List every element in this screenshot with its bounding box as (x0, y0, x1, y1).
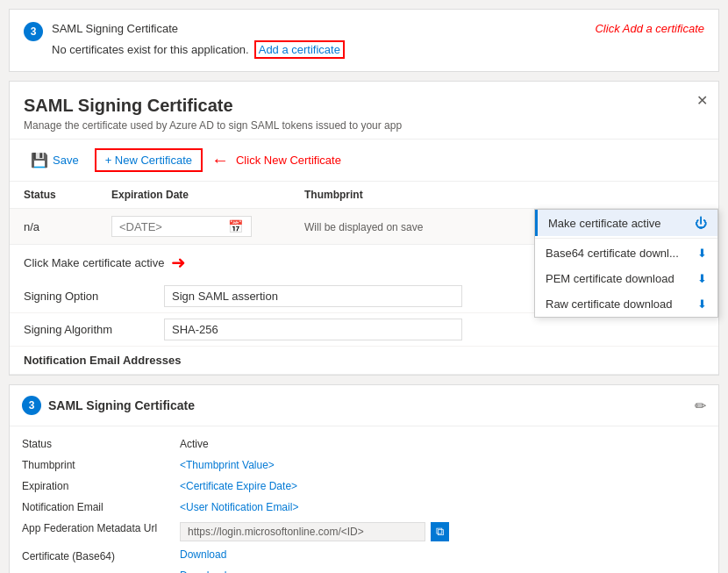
table-row: n/a 📅 Will be displayed on save ··· Ma (10, 209, 718, 245)
base64-label: Base64 certificate downl... (546, 247, 679, 260)
cert-base64-download[interactable]: Download (180, 548, 706, 565)
copy-url-button[interactable]: ⧉ (431, 522, 449, 541)
download-base64-link[interactable]: Download (180, 546, 226, 563)
thumbprint-hint: Will be displayed on save (304, 221, 423, 233)
panel-subtitle: Manage the certificate used by Azure AD … (24, 119, 704, 132)
download-icon-base64: ⬇ (697, 247, 707, 260)
red-arrow-right-icon: ➜ (171, 252, 186, 273)
info-url-label: App Federation Metadata Url (22, 519, 180, 544)
menu-item-pem[interactable]: PEM certificate download ⬇ (535, 266, 717, 291)
cert-raw-label: Certificate (Raw) (22, 569, 180, 573)
signing-algorithm-row: Signing Algorithm (10, 313, 718, 347)
no-certs-text: No certificates exist for this applicati… (52, 43, 249, 56)
signing-option-input[interactable] (164, 285, 462, 307)
signing-algorithm-input[interactable] (164, 319, 462, 340)
arrow-left-icon: ← (211, 150, 229, 170)
info-url-row: ⧉ (180, 519, 706, 544)
panel-title: SAML Signing Certificate (24, 96, 704, 116)
info-status-label: Status (22, 435, 180, 453)
save-label: Save (53, 154, 79, 167)
cert-raw-download[interactable]: Download (180, 569, 706, 573)
info-expiration-label: Expiration (22, 477, 180, 495)
info-thumbprint-label: Thumbprint (22, 456, 180, 474)
download-icon-pem: ⬇ (697, 272, 707, 285)
info-status-value: Active (180, 435, 706, 453)
info-expiration-value: <Certificate Expire Date> (180, 477, 706, 495)
step3-badge-top: 3 (24, 22, 43, 41)
info-email-label: Notification Email (22, 498, 180, 516)
row-status: n/a (10, 209, 97, 245)
notification-section-label: Notification Email Addresses (10, 347, 718, 375)
download-icon-raw: ⬇ (697, 297, 707, 311)
signing-algorithm-label: Signing Algorithm (24, 323, 164, 336)
new-certificate-button[interactable]: + New Certificate (95, 148, 203, 172)
pem-label: PEM certificate download (546, 272, 674, 285)
calendar-icon[interactable]: 📅 (228, 219, 243, 233)
info-thumbprint-value: <Thumbprint Value> (180, 456, 706, 474)
url-input[interactable] (180, 522, 425, 541)
close-button[interactable]: ✕ (696, 92, 708, 109)
date-input[interactable] (119, 220, 225, 233)
signing-option-label: Signing Option (24, 290, 164, 303)
click-make-active-text: Click Make certificate active (24, 256, 164, 269)
context-menu: Make certificate active ⏻ Base64 certifi… (534, 209, 718, 318)
download-raw-link[interactable]: Download (180, 567, 226, 573)
power-icon: ⏻ (695, 216, 707, 230)
col-status: Status (10, 182, 97, 209)
bottom-card-title: SAML Signing Certificate (48, 398, 688, 412)
save-disk-icon: 💾 (31, 152, 48, 168)
add-certificate-link[interactable]: Add a certificate (254, 40, 345, 59)
raw-label: Raw certificate download (546, 297, 673, 311)
edit-button[interactable]: ✏ (695, 398, 706, 414)
bottom-step3-badge: 3 (22, 396, 41, 415)
make-active-label: Make certificate active (548, 217, 661, 230)
menu-divider (535, 238, 717, 239)
cert-base64-label: Certificate (Base64) (22, 548, 180, 565)
info-email-value: <User Notification Email> (180, 498, 706, 516)
click-add-hint: Click Add a certificate (595, 22, 704, 35)
menu-item-make-active[interactable]: Make certificate active ⏻ (535, 210, 717, 236)
menu-item-base64[interactable]: Base64 certificate downl... ⬇ (535, 240, 717, 266)
save-button[interactable]: 💾 Save (24, 148, 86, 172)
row-date[interactable]: 📅 (97, 209, 290, 245)
top-card-title: SAML Signing Certificate (52, 22, 586, 35)
menu-item-raw[interactable]: Raw certificate download ⬇ (535, 291, 717, 317)
ellipsis-cell[interactable]: ··· Make certificate active ⏻ Base64 cer… (665, 209, 718, 245)
new-cert-label: + New Certificate (105, 154, 192, 167)
col-expiration: Expiration Date (97, 182, 290, 209)
col-thumbprint: Thumbprint (290, 182, 665, 209)
click-new-cert-annotation: Click New Certificate (236, 154, 341, 167)
